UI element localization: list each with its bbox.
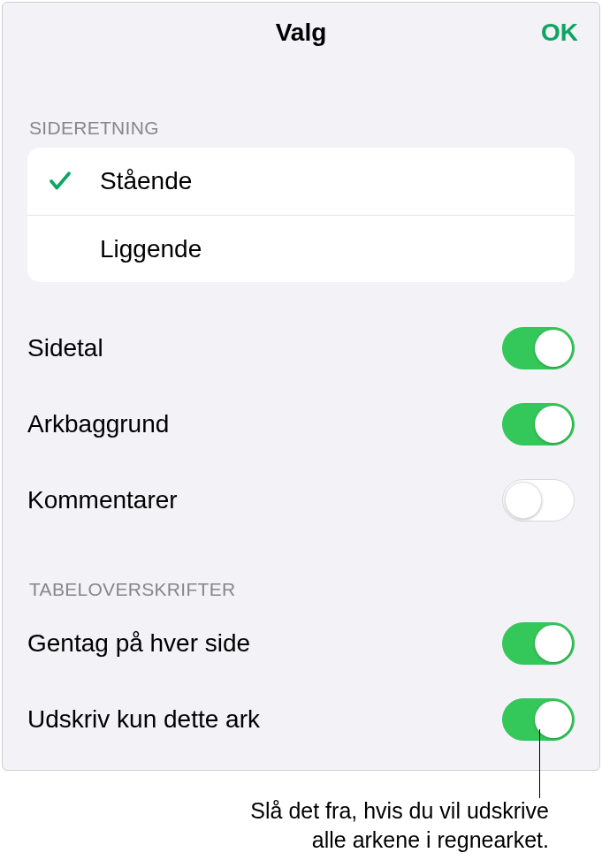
table-headers-section-header: TABELOVERSKRIFTER xyxy=(3,535,599,609)
orientation-option-portrait[interactable]: Stående xyxy=(27,148,575,215)
callout-line1: Slå det fra, hvis du vil udskrive xyxy=(250,796,549,826)
orientation-section-header: SIDERETNING xyxy=(3,63,599,148)
toggle-sheet-background[interactable] xyxy=(502,403,575,445)
orientation-label: Stående xyxy=(100,167,192,195)
row-page-numbers: Sidetal xyxy=(3,314,599,383)
toggle-label: Sidetal xyxy=(27,334,103,362)
orientation-label: Liggende xyxy=(100,235,202,263)
options-panel: Valg OK SIDERETNING Stående Liggende Sid… xyxy=(2,2,600,771)
toggle-comments[interactable] xyxy=(502,479,575,522)
row-print-only-this-sheet: Udskriv kun dette ark xyxy=(3,685,599,754)
toggle-label: Udskriv kun dette ark xyxy=(27,705,260,734)
row-comments: Kommentarer xyxy=(3,466,599,535)
main-toggles-group: Sidetal Arkbaggrund Kommentarer xyxy=(3,282,599,535)
orientation-list: Stående Liggende xyxy=(27,148,575,282)
toggle-label: Gentag på hver side xyxy=(27,629,250,658)
toggle-label: Kommentarer xyxy=(27,486,178,514)
toggle-print-this-sheet[interactable] xyxy=(502,698,575,741)
checkmark-icon xyxy=(47,168,100,194)
toggle-label: Arkbaggrund xyxy=(27,410,169,438)
row-sheet-background: Arkbaggrund xyxy=(3,390,599,459)
row-repeat-each-page: Gentag på hver side xyxy=(3,609,599,678)
toggle-repeat-headers[interactable] xyxy=(502,622,575,665)
table-headers-toggles-group: Gentag på hver side Udskriv kun dette ar… xyxy=(3,609,599,754)
page-title: Valg xyxy=(276,19,327,47)
callout-leader-line xyxy=(539,729,540,798)
callout-text: Slå det fra, hvis du vil udskrive alle a… xyxy=(250,796,549,857)
callout-line2: alle arkene i regnearket. xyxy=(250,826,549,856)
toggle-page-numbers[interactable] xyxy=(502,327,575,369)
ok-button[interactable]: OK xyxy=(541,19,578,47)
orientation-option-landscape[interactable]: Liggende xyxy=(27,215,575,282)
panel-header: Valg OK xyxy=(3,3,599,63)
